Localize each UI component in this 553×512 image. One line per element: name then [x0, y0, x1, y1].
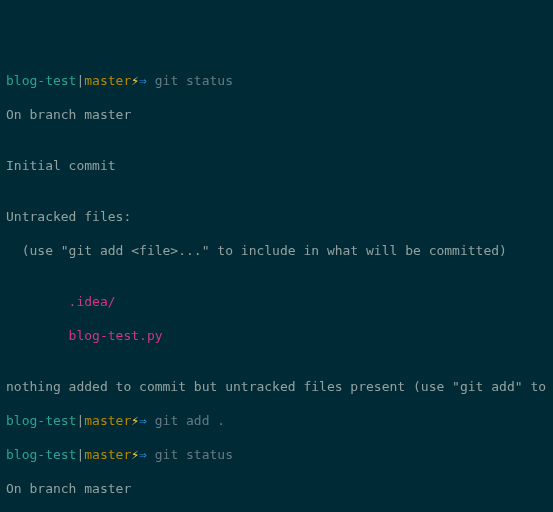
command-text[interactable]: git add .: [155, 413, 225, 428]
output-initial-commit: Initial commit: [6, 157, 547, 174]
output-untracked-header: Untracked files:: [6, 208, 547, 225]
output-on-branch: On branch master: [6, 480, 547, 497]
command-text[interactable]: git status: [155, 73, 233, 88]
arrow-icon: ⇒: [139, 413, 147, 428]
prompt-dir: blog-test: [6, 73, 76, 88]
prompt-branch: master: [84, 73, 131, 88]
prompt-line-3: blog-test|master⚡⇒ git status: [6, 446, 547, 463]
arrow-icon: ⇒: [139, 73, 147, 88]
prompt-branch: master: [84, 447, 131, 462]
output-nothing-added: nothing added to commit but untracked fi…: [6, 378, 547, 395]
prompt-branch: master: [84, 413, 131, 428]
lightning-icon: ⚡: [131, 447, 139, 462]
untracked-file: blog-test.py: [6, 327, 547, 344]
prompt-dir: blog-test: [6, 447, 76, 462]
output-untracked-hint: (use "git add <file>..." to include in w…: [6, 242, 547, 259]
arrow-icon: ⇒: [139, 447, 147, 462]
lightning-icon: ⚡: [131, 413, 139, 428]
prompt-dir: blog-test: [6, 413, 76, 428]
command-text[interactable]: git status: [155, 447, 233, 462]
untracked-file: .idea/: [6, 293, 547, 310]
prompt-line-2: blog-test|master⚡⇒ git add .: [6, 412, 547, 429]
output-on-branch: On branch master: [6, 106, 547, 123]
prompt-line-1: blog-test|master⚡⇒ git status: [6, 72, 547, 89]
lightning-icon: ⚡: [131, 73, 139, 88]
